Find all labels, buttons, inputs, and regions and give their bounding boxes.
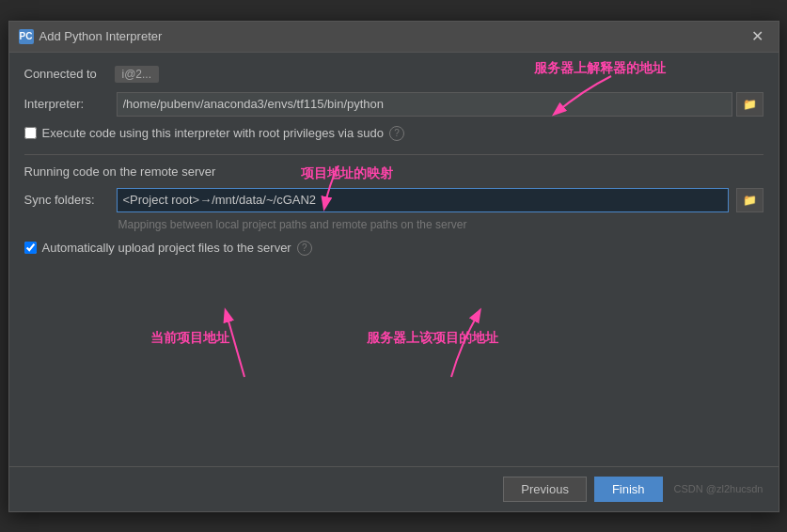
title-bar: PC Add Python Interpreter ✕ [9, 22, 779, 53]
sync-browse-button[interactable]: 📁 [736, 188, 763, 212]
annotation-server-project: 服务器上该项目的地址 [367, 330, 498, 347]
finish-button[interactable]: Finish [594, 477, 663, 502]
sync-input[interactable] [117, 188, 729, 212]
auto-upload-row: Automatically upload project files to th… [24, 241, 763, 256]
connected-value: i@2... [115, 66, 160, 83]
arrow-server-project [433, 306, 508, 382]
close-button[interactable]: ✕ [746, 27, 769, 46]
section-divider [24, 154, 763, 155]
interpreter-input[interactable] [117, 92, 732, 117]
arrow-current-project [207, 306, 282, 382]
sync-label: Sync folders: [24, 193, 109, 207]
watermark: CSDN @zl2hucsdn [674, 483, 763, 494]
dialog-content: Connected to i@2... Interpreter: 📁 Execu… [9, 53, 779, 466]
pycharm-icon: PC [19, 29, 34, 44]
previous-button[interactable]: Previous [503, 477, 587, 502]
running-section-title: Running code on the remote server [24, 164, 763, 179]
auto-upload-label: Automatically upload project files to th… [42, 241, 291, 255]
interpreter-input-group: 📁 [117, 92, 763, 117]
connected-label: Connected to [24, 67, 109, 81]
execute-checkbox-row: Execute code using this interpreter with… [24, 126, 763, 141]
auto-upload-checkbox[interactable] [24, 242, 37, 254]
dialog-footer: Previous Finish CSDN @zl2hucsdn [9, 466, 779, 511]
interpreter-browse-button[interactable]: 📁 [736, 92, 763, 117]
execute-sudo-checkbox[interactable] [24, 127, 37, 139]
interpreter-row: Interpreter: 📁 [24, 92, 763, 117]
execute-help-icon[interactable]: ? [389, 126, 404, 141]
add-python-interpreter-dialog: PC Add Python Interpreter ✕ Connected to… [8, 21, 779, 512]
annotation-current-project: 当前项目地址 [150, 330, 229, 347]
interpreter-label: Interpreter: [24, 97, 109, 111]
folder-icon: 📁 [743, 98, 757, 111]
title-bar-left: PC Add Python Interpreter [19, 29, 163, 44]
connected-row: Connected to i@2... [24, 66, 763, 83]
auto-upload-help-icon[interactable]: ? [297, 241, 312, 256]
folder-icon-sync: 📁 [743, 194, 757, 207]
dialog-title: Add Python Interpreter [39, 29, 163, 43]
sync-hint: Mappings between local project paths and… [118, 218, 763, 231]
execute-sudo-label: Execute code using this interpreter with… [42, 126, 384, 140]
sync-folders-row: Sync folders: 📁 [24, 188, 763, 212]
